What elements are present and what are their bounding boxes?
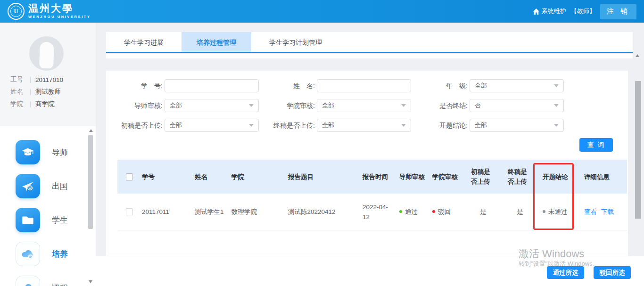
sidebar-item-abroad[interactable]: 出国: [0, 169, 85, 203]
col-final-uploaded: 终稿是否上传: [502, 167, 537, 187]
cell-mentor-review: 通过: [394, 207, 427, 217]
query-button[interactable]: 查 询: [579, 138, 613, 152]
chevron-down-icon: [554, 84, 559, 87]
sidebar-item-course[interactable]: 课程: [0, 271, 85, 286]
col-name: 姓名: [189, 172, 226, 182]
results-table: 学号 姓名 学院 报告题目 报告时间 导师审核 学院审核 初稿是否上传 终稿是否…: [117, 160, 627, 230]
filter-label-terminated: 是否终结:: [422, 99, 468, 112]
role-badge: 【教师】: [571, 7, 595, 16]
cell-college-review: 驳回: [427, 207, 465, 217]
university-emblem-icon: U: [8, 3, 25, 20]
mentor-review-select[interactable]: 全部: [165, 99, 259, 112]
download-link[interactable]: 下载: [601, 208, 614, 215]
university-name: 温州大學: [28, 4, 91, 14]
scroll-down-icon[interactable]: [89, 280, 92, 283]
table-header-row: 学号 姓名 学院 报告题目 报告时间 导师审核 学院审核 初稿是否上传 终稿是否…: [117, 160, 627, 194]
filter-label-college-review: 学院审核:: [270, 99, 315, 112]
college-review-select[interactable]: 全部: [317, 99, 411, 112]
chevron-down-icon: [249, 124, 254, 127]
tab-study-progress[interactable]: 学生学习进展: [109, 32, 179, 52]
cell-name: 测试学生1: [189, 207, 226, 217]
mentor-icon: [16, 140, 40, 164]
student-id-input[interactable]: [165, 80, 258, 92]
cell-draft-uploaded: 是: [465, 207, 502, 217]
course-icon: [16, 276, 40, 286]
sidebar-item-cultivate[interactable]: 培养: [0, 237, 85, 271]
final-uploaded-select[interactable]: 全部: [317, 119, 411, 132]
cell-student-id: 20117011: [136, 207, 189, 217]
view-link[interactable]: 查看: [584, 208, 597, 215]
cell-proposal-result: 未通过: [537, 207, 578, 217]
scroll-up-icon[interactable]: [89, 129, 93, 132]
university-logo: U 温州大學 WENZHOU UNIVERSITY: [8, 3, 91, 20]
terminated-select[interactable]: 否: [470, 99, 564, 112]
col-detail-info: 详细信息: [578, 172, 627, 182]
filter-label-draft-uploaded: 初稿是否上传:: [117, 119, 163, 132]
cell-detail-actions: 查看 下载: [578, 207, 627, 217]
avatar: [29, 36, 64, 71]
sidebar-item-mentor[interactable]: 导师: [0, 135, 85, 169]
filter-label-name: 姓 名:: [270, 79, 315, 92]
content-panel: 学 号: 姓 名: 年 级: 全部 导师审核: 全部 学院审核: 全部 是否终结…: [106, 71, 628, 256]
cell-final-uploaded: 是: [502, 207, 537, 217]
main-scroll-up-icon[interactable]: [636, 54, 639, 57]
profile-name: 姓名 测试教师: [10, 86, 91, 98]
university-name-en: WENZHOU UNIVERSITY: [28, 15, 91, 19]
cell-report-date: 2022-04-12: [357, 202, 394, 222]
tab-cultivation-process[interactable]: 培养过程管理: [182, 32, 251, 52]
name-input-wrap: [317, 79, 411, 92]
chevron-down-icon: [401, 124, 406, 127]
avatar-silhouette: [39, 41, 54, 68]
chevron-down-icon: [249, 104, 254, 107]
page-root: U 温州大學 WENZHOU UNIVERSITY 系统维护 【教师】 注 销 …: [0, 0, 644, 286]
sidebar-menu: 导师 出国 学生 培养: [0, 126, 96, 286]
abroad-icon: [16, 174, 40, 198]
nav-system-maintenance[interactable]: 系统维护: [542, 7, 566, 16]
top-nav: 系统维护 【教师】 注 销: [533, 4, 636, 19]
chevron-down-icon: [401, 104, 406, 107]
sidebar-item-student[interactable]: 学生: [0, 203, 85, 237]
student-id-input-wrap: [165, 79, 259, 92]
col-college-review: 学院审核: [427, 172, 465, 182]
status-reject-dot: [432, 210, 435, 213]
filter-label-grade: 年 级:: [422, 79, 468, 92]
home-icon: [533, 8, 540, 15]
filter-label-mentor-review: 导师审核:: [117, 99, 163, 112]
student-icon: [16, 208, 40, 232]
table-row: 20117011 测试学生1 数理学院 测试陈20220412 2022-04-…: [117, 194, 627, 230]
logout-button[interactable]: 注 销: [600, 4, 636, 19]
profile-college: 学院 商学院: [10, 98, 91, 110]
grade-select[interactable]: 全部: [470, 79, 564, 92]
profile-employee-id: 工号 20117010: [10, 74, 91, 86]
chevron-down-icon: [554, 124, 559, 127]
chevron-down-icon: [554, 104, 559, 107]
tab-bar: 学生学习进展 培养过程管理 学生学习计划管理: [106, 32, 633, 53]
reject-selected-button[interactable]: 驳回所选: [594, 266, 631, 279]
select-all-checkbox[interactable]: [126, 173, 133, 180]
col-proposal-result: 开题结论: [537, 172, 578, 182]
tab-study-plan[interactable]: 学生学习计划管理: [254, 32, 337, 52]
col-report-title: 报告题目: [282, 172, 357, 182]
name-input[interactable]: [317, 80, 411, 92]
col-student-id: 学号: [136, 172, 189, 182]
row-checkbox[interactable]: [126, 208, 133, 215]
filter-label-final-uploaded: 终稿是否上传:: [270, 119, 315, 132]
sidebar-scrollbar[interactable]: [88, 127, 94, 285]
tab-bar-underlay: [106, 54, 633, 58]
col-college: 学院: [226, 172, 282, 182]
col-report-date: 报告时间: [357, 172, 394, 182]
sidebar: 工号 20117010 姓名 测试教师 学院 商学院: [0, 23, 96, 286]
main-scroll-thumb[interactable]: [635, 81, 641, 219]
draft-uploaded-select[interactable]: 全部: [165, 119, 259, 132]
cell-college: 数理学院: [226, 207, 282, 217]
col-draft-uploaded: 初稿是否上传: [465, 167, 502, 187]
sidebar-scroll-thumb[interactable]: [88, 135, 93, 229]
cultivate-icon: [16, 242, 40, 266]
approve-selected-button[interactable]: 通过所选: [547, 266, 584, 279]
status-pass-dot: [399, 210, 402, 213]
filter-label-student-id: 学 号:: [117, 79, 163, 92]
cell-report-title: 测试陈20220412: [282, 207, 357, 217]
status-pending-dot: [543, 210, 545, 213]
col-mentor-review: 导师审核: [394, 172, 427, 182]
proposal-result-select[interactable]: 全部: [470, 119, 564, 132]
